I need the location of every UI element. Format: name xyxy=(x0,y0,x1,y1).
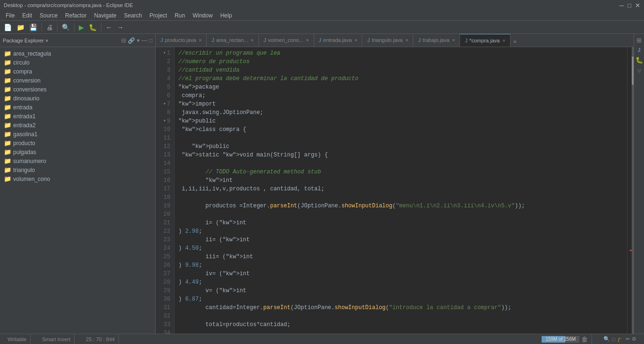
menu-item-run[interactable]: Run xyxy=(171,11,189,20)
folder-icon: 📁 xyxy=(4,77,11,84)
tab-close-btn[interactable]: × xyxy=(251,38,254,43)
sidebar-item-conversiones[interactable]: 📁conversiones xyxy=(0,85,155,94)
toolbar-run[interactable]: ▶ xyxy=(77,23,86,32)
toolbar-search[interactable]: 🔍 xyxy=(60,23,72,32)
sidebar-item-pulgadas[interactable]: 📁pulgadas xyxy=(0,147,155,156)
gc-button[interactable]: 🗑 xyxy=(581,336,588,343)
tab-triangulo_java[interactable]: Jtriangulo.java× xyxy=(362,34,413,47)
java-icon[interactable]: J xyxy=(637,47,642,54)
code-editor[interactable]: ▾123456▾78▾91011121314151617181920212223… xyxy=(156,47,634,334)
sidebar-menu[interactable]: ▾ xyxy=(137,37,140,44)
sidebar-item-producto[interactable]: 📁producto xyxy=(0,139,155,147)
sidebar-item-circulo[interactable]: 📁circulo xyxy=(0,58,155,67)
folder-icon: 📁 xyxy=(4,139,11,147)
menu-item-help[interactable]: Help xyxy=(217,11,236,20)
tab-entrada_java[interactable]: Jentrada.java× xyxy=(314,34,363,47)
sidebar-item-gasolina1[interactable]: 📁gasolina1 xyxy=(0,130,155,139)
collapse-1[interactable]: ▾ xyxy=(163,49,166,57)
git-icon[interactable]: ⑂ xyxy=(636,66,642,75)
memory-bar: 159M of 256M xyxy=(542,336,579,343)
tab-label: volmen_cono... xyxy=(268,37,303,43)
folder-icon: 📁 xyxy=(4,104,11,111)
collapse-7[interactable]: ▾ xyxy=(163,100,166,108)
code-line-2: //numero de productos xyxy=(178,57,623,66)
minimize-button[interactable]: ─ xyxy=(619,2,624,9)
line-num-7: ▾7 xyxy=(158,100,170,108)
sidebar-item-conversion[interactable]: 📁conversion xyxy=(0,76,155,85)
collapse-9[interactable]: ▾ xyxy=(163,117,166,125)
toolbar-save[interactable]: 💾 xyxy=(27,23,39,32)
sidebar: Package Explorer × ⊟ 🔗 ▾ — □ 📁area_recta… xyxy=(0,34,156,334)
toolbar-open[interactable]: 📁 xyxy=(15,23,26,32)
package-label: triangulo xyxy=(13,167,35,173)
line-num-8: 8 xyxy=(158,108,170,117)
line-num-33: 33 xyxy=(158,320,170,329)
menu-item-search[interactable]: Search xyxy=(120,11,146,20)
menu-item-project[interactable]: Project xyxy=(146,11,171,20)
line-num-24: 24 xyxy=(158,244,170,253)
debug-icon[interactable]: 🐛 xyxy=(635,56,644,65)
line-num-20: 20 xyxy=(158,210,170,219)
tab-close-btn[interactable]: × xyxy=(199,38,202,43)
status-icon3: 🎓 xyxy=(617,336,624,342)
sidebar-item-volumen_cono[interactable]: 📁volumen_cono xyxy=(0,174,155,183)
tab-close-btn[interactable]: × xyxy=(405,38,408,43)
scrollbar-track xyxy=(632,47,634,334)
tab-close-btn[interactable]: × xyxy=(452,38,455,43)
perspective-icon[interactable]: ⊞ xyxy=(636,36,643,45)
menu-item-file[interactable]: File xyxy=(2,11,18,20)
sidebar-item-sumanumero[interactable]: 📁sumanumero xyxy=(0,156,155,165)
toolbar-back[interactable]: ← xyxy=(104,23,114,32)
tab-trabajo_java[interactable]: Jtrabajo.java× xyxy=(413,34,460,47)
menu-item-refactor[interactable]: Refactor xyxy=(61,11,90,20)
package-label: dinosaurio xyxy=(13,95,39,102)
sidebar-link[interactable]: 🔗 xyxy=(128,37,135,44)
sidebar-item-entrada[interactable]: 📁entrada xyxy=(0,103,155,112)
sidebar-header: Package Explorer × ⊟ 🔗 ▾ — □ xyxy=(0,34,155,47)
minimap xyxy=(627,47,634,334)
menu-item-navigate[interactable]: Navigate xyxy=(90,11,120,20)
sidebar-minimize[interactable]: — xyxy=(142,37,147,44)
java-file-icon: J xyxy=(211,37,214,43)
tab-close-btn[interactable]: × xyxy=(355,38,358,43)
code-line-17: ii= ("kw">int xyxy=(178,236,623,244)
tabs-more-button[interactable]: » xyxy=(510,36,519,47)
code-line-24 xyxy=(178,329,623,334)
maximize-button[interactable]: □ xyxy=(627,2,631,9)
sidebar-item-entrada1[interactable]: 📁entrada1 xyxy=(0,112,155,121)
sidebar-item-entrada2[interactable]: 📁entrada2 xyxy=(0,121,155,130)
package-label: producto xyxy=(13,140,35,147)
error-marker xyxy=(630,250,632,251)
folder-icon: 📁 xyxy=(4,68,11,75)
sidebar-item-triangulo[interactable]: 📁triangulo xyxy=(0,165,155,174)
code-line-5: "kw">package xyxy=(178,83,623,91)
status-memory[interactable]: 159M of 256M 🗑 xyxy=(538,334,592,344)
toolbar-forward[interactable]: → xyxy=(115,23,125,32)
menu-item-window[interactable]: Window xyxy=(189,11,217,20)
toolbar-sep3 xyxy=(74,23,75,32)
tab-close-btn[interactable]: × xyxy=(306,38,309,43)
menu-item-source[interactable]: Source xyxy=(36,11,61,20)
toolbar-new[interactable]: 📄 xyxy=(2,23,14,32)
tab-_compra_java[interactable]: J*compra.java× xyxy=(460,34,510,47)
tab-area_rectan___[interactable]: Jarea_rectan...× xyxy=(207,34,259,47)
scrollbar-thumb[interactable] xyxy=(632,57,634,85)
tab-producto_java[interactable]: Jproducto.java× xyxy=(156,34,207,47)
code-content[interactable]: //escribir un programa que lea//numero d… xyxy=(175,47,627,334)
sidebar-item-area_rectagula[interactable]: 📁area_rectagula xyxy=(0,49,155,58)
status-right-icons: 🔍 □ 🎓 ✏ ⚙ xyxy=(600,334,640,344)
java-file-icon: J xyxy=(160,37,163,43)
close-button[interactable]: ✕ xyxy=(635,2,640,9)
sidebar-collapse-all[interactable]: ⊟ xyxy=(121,37,126,44)
line-num-30: 30 xyxy=(158,295,170,303)
code-line-4: //el programa debe determinar la cantida… xyxy=(178,74,623,83)
tab-volmen_cono___[interactable]: Jvolmen_cono...× xyxy=(259,34,314,47)
sidebar-item-dinosaurio[interactable]: 📁dinosaurio xyxy=(0,94,155,103)
sidebar-maximize[interactable]: □ xyxy=(149,37,152,44)
toolbar-print[interactable]: 🖨 xyxy=(44,23,55,32)
sidebar-item-compra[interactable]: 📁compra xyxy=(0,67,155,76)
toolbar-debug[interactable]: 🐛 xyxy=(87,23,99,32)
tab-close-btn[interactable]: × xyxy=(502,38,505,43)
menubar: FileEditSourceRefactorNavigateSearchProj… xyxy=(0,10,644,21)
menu-item-edit[interactable]: Edit xyxy=(18,11,36,20)
